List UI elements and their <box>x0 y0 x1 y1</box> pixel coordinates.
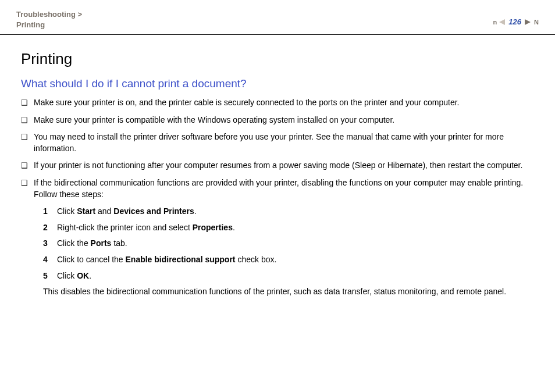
bullet-text: If your printer is not functioning after… <box>34 160 539 172</box>
list-item: ❑ If the bidirectional communication fun… <box>21 177 539 200</box>
step-number: 4 <box>43 254 57 266</box>
next-page-icon[interactable] <box>525 19 531 25</box>
breadcrumb-sep: > <box>77 10 82 19</box>
step-text: Click to cancel the Enable bidirectional… <box>57 254 539 266</box>
bullet-icon: ❑ <box>21 177 34 188</box>
bullet-text: Make sure your printer is on, and the pr… <box>34 97 539 109</box>
step-number: 1 <box>43 206 57 218</box>
step-item: 4 Click to cancel the Enable bidirection… <box>43 254 539 266</box>
page-title: Printing <box>21 50 539 68</box>
step-item: 2 Right-click the printer icon and selec… <box>43 222 539 234</box>
content-area: Printing What should I do if I cannot pr… <box>0 35 555 298</box>
bullet-text: Make sure your printer is compatible wit… <box>34 115 539 126</box>
breadcrumb-current[interactable]: Printing <box>16 20 45 29</box>
step-number: 2 <box>43 222 57 234</box>
breadcrumb[interactable]: Troubleshooting > Printing <box>16 9 82 30</box>
bullet-icon: ❑ <box>21 115 34 126</box>
page-header: Troubleshooting > Printing n 126 N <box>0 0 555 35</box>
step-item: 5 Click OK. <box>43 270 539 282</box>
step-text: Click OK. <box>57 270 539 282</box>
step-text: Click Start and Devices and Printers. <box>57 206 539 218</box>
step-item: 3 Click the Ports tab. <box>43 238 539 250</box>
n-label-left: n <box>492 19 497 26</box>
list-item: ❑ You may need to install the printer dr… <box>21 131 539 154</box>
prev-page-icon[interactable] <box>499 19 505 25</box>
bullet-icon: ❑ <box>21 97 34 108</box>
bullet-icon: ❑ <box>21 160 34 171</box>
step-text: Click the Ports tab. <box>57 238 539 250</box>
steps-list: 1 Click Start and Devices and Printers. … <box>43 206 539 281</box>
breadcrumb-parent[interactable]: Troubleshooting <box>16 10 76 19</box>
closing-text: This disables the bidirectional communic… <box>43 286 539 298</box>
bullet-list: ❑ Make sure your printer is on, and the … <box>21 97 539 200</box>
list-item: ❑ Make sure your printer is on, and the … <box>21 97 539 109</box>
step-text: Right-click the printer icon and select … <box>57 222 539 234</box>
list-item: ❑ If your printer is not functioning aft… <box>21 160 539 172</box>
bullet-text: You may need to install the printer driv… <box>34 131 539 154</box>
bullet-text: If the bidirectional communication funct… <box>34 177 539 200</box>
page-nav: n 126 N <box>492 9 539 26</box>
page-number: 126 <box>507 17 522 26</box>
question-heading: What should I do if I cannot print a doc… <box>21 77 539 90</box>
step-number: 5 <box>43 270 57 282</box>
n-label-right: N <box>533 19 539 26</box>
bullet-icon: ❑ <box>21 131 34 142</box>
step-item: 1 Click Start and Devices and Printers. <box>43 206 539 218</box>
step-number: 3 <box>43 238 57 250</box>
list-item: ❑ Make sure your printer is compatible w… <box>21 115 539 126</box>
